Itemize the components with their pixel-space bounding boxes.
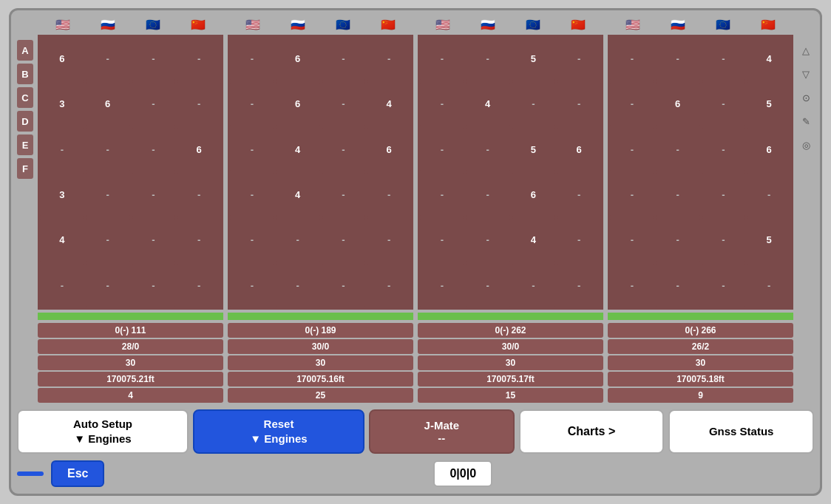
icon-circle: ⊙ (798, 87, 814, 108)
cell-r0-c0: - (610, 37, 654, 81)
cell-r1-c3: - (557, 82, 601, 126)
engine-column-1: 🇺🇸🇷🇺🇪🇺🇨🇳6---36-----63---4-------0(-) 111… (38, 16, 223, 403)
stat-ruler-engine-2: 170075.16ft (228, 372, 413, 386)
flag-icon: 🇷🇺 (101, 18, 115, 32)
cell-r1-c2: - (702, 82, 746, 126)
stat-circle-engine-4: 30 (608, 355, 793, 370)
flag-row-4: 🇺🇸🇷🇺🇪🇺🇨🇳 (608, 16, 793, 33)
cell-r1-c3: - (177, 82, 221, 126)
cell-r4-c1: - (466, 218, 510, 262)
icon-target: ◎ (798, 134, 814, 155)
cell-r2-c3: 6 (747, 128, 791, 171)
stat-target-engine-1: 4 (38, 388, 223, 403)
cell-r2-c2: - (322, 128, 366, 171)
cell-r3-c0: - (610, 173, 654, 217)
cell-r4-c0: - (610, 218, 654, 262)
cell-r2-c2: - (702, 128, 746, 171)
cell-r4-c2: - (322, 218, 366, 262)
stat-circle-engine-2: 30 (228, 355, 413, 370)
cell-r2-c0: - (420, 128, 464, 171)
cell-r5-c0: - (420, 264, 464, 307)
cell-r2-c0: - (610, 128, 654, 171)
row-label-c: C (17, 87, 33, 108)
green-bar-3 (418, 313, 603, 320)
cell-r1-c2: - (132, 82, 176, 126)
cell-r1-c0: - (230, 82, 274, 126)
cell-r5-c3: - (557, 264, 601, 307)
cell-r3-c3: - (367, 173, 411, 217)
charts-button[interactable]: Charts > (519, 409, 665, 454)
cell-r4-c0: - (230, 218, 274, 262)
cell-r4-c1: - (276, 218, 320, 262)
cell-r1-c2: - (512, 82, 556, 126)
engine-grid-1: 6---36-----63---4------- (38, 35, 223, 310)
cell-r1-c0: 3 (40, 82, 84, 126)
esc-button[interactable]: Esc (51, 460, 104, 487)
cell-r2-c3: 6 (367, 128, 411, 171)
stat-ruler-engine-4: 170075.18ft (608, 372, 793, 386)
icon-delta: △ (798, 40, 814, 61)
cell-r5-c1: - (466, 264, 510, 307)
flag-icon: 🇨🇳 (761, 18, 776, 32)
cell-r0-c3: 4 (747, 37, 791, 81)
flag-icon: 🇺🇸 (435, 18, 450, 32)
cell-r1-c1: 6 (276, 82, 320, 126)
cell-r0-c1: - (86, 37, 130, 81)
stat-ruler-engine-1: 170075.21ft (38, 372, 223, 386)
cell-r0-c1: - (656, 37, 700, 81)
cell-r0-c3: - (177, 37, 221, 81)
engine-grid-3: --5--4----56--6---4----- (418, 35, 603, 310)
icon-ruler: ✎ (798, 111, 814, 132)
cell-r5-c2: - (132, 264, 176, 307)
cell-r2-c1: - (466, 128, 510, 171)
cell-r4-c3: - (557, 218, 601, 262)
engine-grid-2: -6---6-4-4-6-4---------- (228, 35, 413, 310)
cell-r4-c1: - (86, 218, 130, 262)
cell-r1-c3: 5 (747, 82, 791, 126)
auto-setup-button[interactable]: Auto Setup ▼ Engines (17, 409, 189, 454)
cell-r0-c2: - (322, 37, 366, 81)
cell-r0-c2: - (702, 37, 746, 81)
flag-row-3: 🇺🇸🇷🇺🇪🇺🇨🇳 (418, 16, 603, 33)
cell-r5-c2: - (322, 264, 366, 307)
jmate-button[interactable]: J-Mate -- (369, 409, 515, 454)
engine-column-4: 🇺🇸🇷🇺🇪🇺🇨🇳---4-6-5---6-------5----0(-) 266… (608, 16, 793, 403)
cell-r4-c2: - (702, 218, 746, 262)
stat-target-engine-4: 9 (608, 388, 793, 403)
reset-engines-button[interactable]: Reset ▼ Engines (193, 409, 364, 454)
flag-icon: 🇨🇳 (191, 18, 206, 32)
cell-r1-c2: - (322, 82, 366, 126)
flag-icon: 🇷🇺 (481, 18, 495, 32)
cell-r0-c2: 5 (512, 37, 556, 81)
flag-icon: 🇺🇸 (55, 18, 70, 32)
cell-r3-c1: - (86, 173, 130, 217)
flag-icon: 🇷🇺 (671, 18, 685, 32)
flag-icon: 🇨🇳 (571, 18, 586, 32)
gnss-status-button[interactable]: Gnss Status (668, 409, 814, 454)
flag-icon: 🇪🇺 (146, 18, 160, 32)
cell-r5-c2: - (702, 264, 746, 307)
cell-r0-c1: - (466, 37, 510, 81)
flag-row-1: 🇺🇸🇷🇺🇪🇺🇨🇳 (38, 16, 223, 33)
blue-indicator (17, 471, 44, 476)
cell-r1-c3: 4 (367, 82, 411, 126)
cell-r5-c3: - (747, 264, 791, 307)
cell-r0-c3: - (367, 37, 411, 81)
stat-circle-engine-3: 30 (418, 355, 603, 370)
cell-r2-c0: - (230, 128, 274, 171)
engine-grid-4: ---4-6-5---6-------5---- (608, 35, 793, 310)
cell-r3-c0: - (230, 173, 274, 217)
row-label-d: D (17, 111, 33, 132)
green-bar-4 (608, 313, 793, 320)
cell-r2-c1: - (86, 128, 130, 171)
stat-delta-engine-1: 0(-) 111 (38, 323, 223, 338)
stat-filter-engine-2: 30/0 (228, 339, 413, 354)
cell-r4-c3: - (367, 218, 411, 262)
cell-r5-c2: - (512, 264, 556, 307)
row-label-f: F (17, 158, 33, 179)
cell-r3-c3: - (557, 173, 601, 217)
cell-r3-c1: - (466, 173, 510, 217)
cell-r3-c1: 4 (276, 173, 320, 217)
cell-r4-c1: - (656, 218, 700, 262)
stat-filter-engine-4: 26/2 (608, 339, 793, 354)
